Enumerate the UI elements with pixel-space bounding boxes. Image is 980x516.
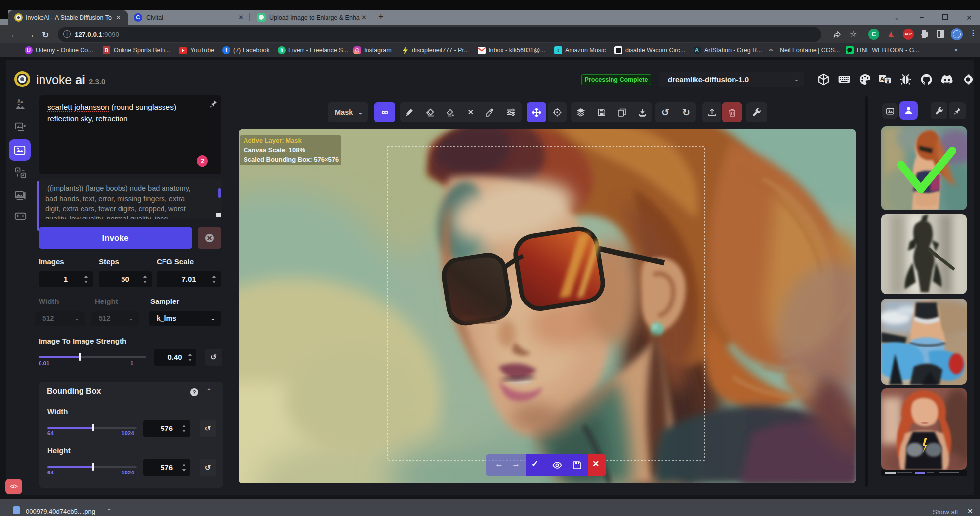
svg-text:A: A (880, 76, 884, 82)
svg-text:A: A (21, 100, 24, 104)
svg-text:文: 文 (885, 78, 890, 84)
